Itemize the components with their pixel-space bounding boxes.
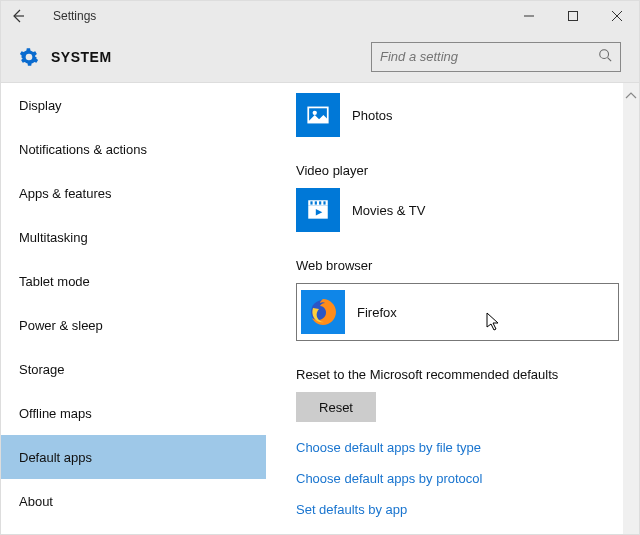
sidebar-item-label: Display bbox=[19, 98, 62, 113]
sidebar-item-power-sleep[interactable]: Power & sleep bbox=[1, 303, 266, 347]
sidebar-item-label: Notifications & actions bbox=[19, 142, 147, 157]
sidebar-item-offline-maps[interactable]: Offline maps bbox=[1, 391, 266, 435]
link-defaults-by-protocol[interactable]: Choose default apps by protocol bbox=[296, 471, 623, 486]
sidebar-item-label: Apps & features bbox=[19, 186, 112, 201]
sidebar-item-apps-features[interactable]: Apps & features bbox=[1, 171, 266, 215]
link-set-defaults-by-app[interactable]: Set defaults by app bbox=[296, 502, 623, 517]
sidebar-item-label: Multitasking bbox=[19, 230, 88, 245]
app-label: Movies & TV bbox=[352, 203, 425, 218]
back-button[interactable] bbox=[1, 1, 35, 31]
svg-rect-11 bbox=[310, 201, 312, 204]
sidebar-item-multitasking[interactable]: Multitasking bbox=[1, 215, 266, 259]
reset-button[interactable]: Reset bbox=[296, 392, 376, 422]
movies-icon bbox=[296, 188, 340, 232]
sidebar-item-about[interactable]: About bbox=[1, 479, 266, 523]
search-box[interactable] bbox=[371, 42, 621, 72]
app-label: Photos bbox=[352, 108, 392, 123]
photos-icon bbox=[296, 93, 340, 137]
svg-rect-12 bbox=[315, 201, 317, 204]
svg-rect-2 bbox=[569, 12, 578, 21]
sidebar-item-label: Tablet mode bbox=[19, 274, 90, 289]
sidebar-item-tablet-mode[interactable]: Tablet mode bbox=[1, 259, 266, 303]
section-video-player: Video player bbox=[296, 163, 623, 178]
link-defaults-by-file-type[interactable]: Choose default apps by file type bbox=[296, 440, 623, 455]
gear-icon bbox=[19, 47, 39, 67]
svg-point-8 bbox=[313, 111, 317, 115]
header-title: SYSTEM bbox=[51, 49, 112, 65]
svg-point-5 bbox=[600, 49, 609, 58]
default-app-photos[interactable]: Photos bbox=[296, 93, 623, 137]
sidebar-item-notifications[interactable]: Notifications & actions bbox=[1, 127, 266, 171]
default-app-movies-tv[interactable]: Movies & TV bbox=[296, 188, 623, 232]
window-titlebar: Settings bbox=[1, 1, 639, 31]
maximize-button[interactable] bbox=[551, 1, 595, 31]
sidebar-item-label: About bbox=[19, 494, 53, 509]
page-header: SYSTEM bbox=[1, 31, 639, 83]
sidebar-item-label: Storage bbox=[19, 362, 65, 377]
svg-line-6 bbox=[608, 57, 612, 61]
firefox-icon bbox=[301, 290, 345, 334]
search-icon bbox=[598, 48, 612, 66]
sidebar-item-label: Default apps bbox=[19, 450, 92, 465]
section-web-browser: Web browser bbox=[296, 258, 623, 273]
minimize-button[interactable] bbox=[507, 1, 551, 31]
sidebar-item-display[interactable]: Display bbox=[1, 83, 266, 127]
default-app-web-browser[interactable]: Firefox bbox=[296, 283, 619, 341]
content-pane: Photos Video player Movies & TV Web brow… bbox=[266, 83, 639, 535]
reset-description: Reset to the Microsoft recommended defau… bbox=[296, 367, 623, 382]
close-button[interactable] bbox=[595, 1, 639, 31]
app-label: Firefox bbox=[357, 305, 397, 320]
sidebar-item-storage[interactable]: Storage bbox=[1, 347, 266, 391]
sidebar-item-label: Power & sleep bbox=[19, 318, 103, 333]
svg-rect-13 bbox=[319, 201, 321, 204]
cursor-icon bbox=[486, 312, 502, 336]
sidebar: Display Notifications & actions Apps & f… bbox=[1, 83, 266, 535]
sidebar-item-label: Offline maps bbox=[19, 406, 92, 421]
scrollbar[interactable] bbox=[623, 83, 639, 535]
window-title: Settings bbox=[53, 9, 96, 23]
scrollbar-up-arrow[interactable] bbox=[625, 85, 637, 93]
sidebar-item-default-apps[interactable]: Default apps bbox=[1, 435, 266, 479]
svg-rect-14 bbox=[323, 201, 325, 204]
search-input[interactable] bbox=[380, 49, 598, 64]
